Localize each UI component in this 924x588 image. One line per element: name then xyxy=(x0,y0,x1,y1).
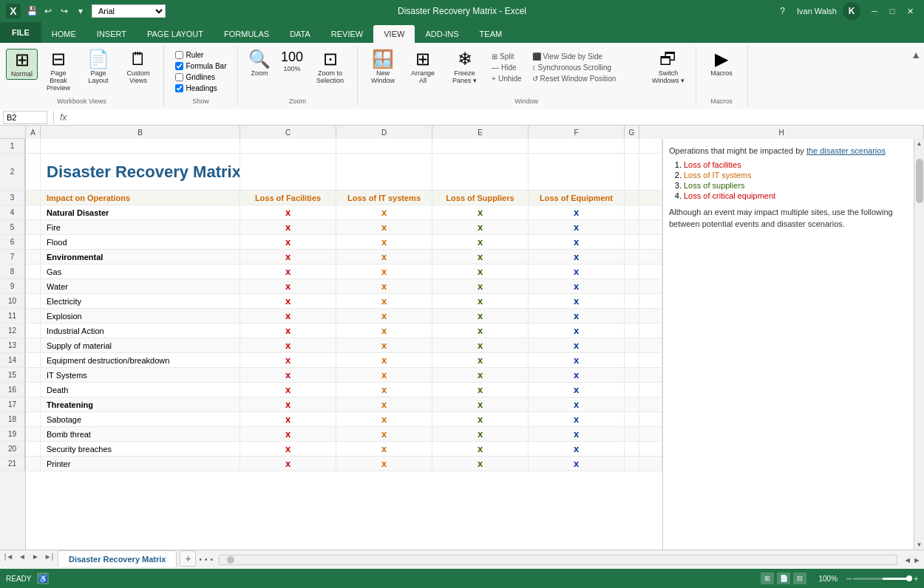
normal-view-status-btn[interactable]: ⊞ xyxy=(761,572,774,584)
cell-H12[interactable] xyxy=(639,324,662,338)
cell-H10[interactable] xyxy=(639,294,662,308)
cell-G2[interactable] xyxy=(625,154,639,191)
cell-H3[interactable] xyxy=(639,191,662,205)
cell-G11[interactable] xyxy=(625,309,639,323)
cell-B1[interactable] xyxy=(41,139,240,153)
cell-D19[interactable]: x xyxy=(336,427,432,441)
undo-quick-btn[interactable]: ↩ xyxy=(41,4,55,18)
font-selector[interactable]: Arial xyxy=(92,4,166,18)
tab-page-layout[interactable]: PAGE LAYOUT xyxy=(137,25,214,43)
cell-F13[interactable]: x xyxy=(529,338,625,352)
cell-D7[interactable]: x xyxy=(336,250,432,264)
cell-A8[interactable] xyxy=(26,264,41,278)
cell-F2[interactable] xyxy=(529,154,625,191)
cell-C8[interactable]: x xyxy=(240,264,336,278)
cell-A17[interactable] xyxy=(26,397,41,411)
sheet-nav-last[interactable]: ►| xyxy=(43,550,55,562)
cell-D21[interactable]: x xyxy=(336,457,432,471)
cell-B10[interactable]: Electricity xyxy=(41,294,240,308)
cell-G9[interactable] xyxy=(625,279,639,293)
cell-B19[interactable]: Bomb threat xyxy=(41,427,240,441)
cell-G13[interactable] xyxy=(625,338,639,352)
cell-F10[interactable]: x xyxy=(529,294,625,308)
cell-H4[interactable] xyxy=(639,205,662,219)
cell-H19[interactable] xyxy=(639,427,662,441)
cell-F21[interactable]: x xyxy=(529,457,625,471)
cell-C21[interactable]: x xyxy=(240,457,336,471)
zoom-minus[interactable]: ─ xyxy=(846,575,852,583)
cell-B18[interactable]: Sabotage xyxy=(41,412,240,426)
cell-E16[interactable]: x xyxy=(432,383,529,397)
reset-window-btn[interactable]: ↺ Reset Window Position xyxy=(529,74,645,83)
formulabar-checkbox[interactable] xyxy=(175,62,183,70)
cell-B7[interactable]: Environmental xyxy=(41,250,240,264)
cell-B16[interactable]: Death xyxy=(41,383,240,397)
cell-D17[interactable]: x xyxy=(336,397,432,411)
cell-H21[interactable] xyxy=(639,457,662,471)
tab-view[interactable]: VIEW xyxy=(373,25,415,43)
cell-C2[interactable] xyxy=(240,154,336,191)
cell-A9[interactable] xyxy=(26,279,41,293)
tab-home[interactable]: HOME xyxy=(41,25,86,43)
headings-checkbox[interactable] xyxy=(175,84,183,92)
sync-scrolling-btn[interactable]: ↕ Synchronous Scrolling xyxy=(529,63,645,72)
cell-F12[interactable]: x xyxy=(529,324,625,338)
cell-A12[interactable] xyxy=(26,324,41,338)
cell-D20[interactable]: x xyxy=(336,442,432,456)
cell-A18[interactable] xyxy=(26,412,41,426)
minimize-btn[interactable]: ─ xyxy=(866,3,883,19)
cell-G14[interactable] xyxy=(625,353,639,367)
horizontal-scrollbar[interactable] xyxy=(219,555,897,565)
cell-H13[interactable] xyxy=(639,338,662,352)
cell-D18[interactable]: x xyxy=(336,412,432,426)
cell-E4[interactable]: x xyxy=(432,205,529,219)
cell-F1[interactable] xyxy=(529,139,625,153)
sheet-tab-active[interactable]: Disaster Recovery Matrix xyxy=(58,550,177,567)
cell-G8[interactable] xyxy=(625,264,639,278)
cell-C20[interactable]: x xyxy=(240,442,336,456)
view-side-by-side-btn[interactable]: ⬛ View Side by Side xyxy=(529,52,645,61)
col-header-E[interactable]: E xyxy=(432,126,529,139)
page-break-status-btn[interactable]: ⊟ xyxy=(793,572,806,584)
page-layout-status-btn[interactable]: 📄 xyxy=(777,572,790,584)
tab-formulas[interactable]: FORMULAS xyxy=(214,25,279,43)
cell-C15[interactable]: x xyxy=(240,368,336,382)
zoom-selection-btn[interactable]: ⊡ Zoom to Selection xyxy=(309,49,351,86)
zoom-handle[interactable] xyxy=(906,575,912,581)
cell-D6[interactable]: x xyxy=(336,235,432,249)
col-header-G[interactable]: G xyxy=(625,126,639,139)
add-sheet-btn[interactable]: + xyxy=(180,550,196,567)
cell-F6[interactable]: x xyxy=(529,235,625,249)
cell-E12[interactable]: x xyxy=(432,324,529,338)
cell-G7[interactable] xyxy=(625,250,639,264)
cell-C13[interactable]: x xyxy=(240,338,336,352)
cell-G4[interactable] xyxy=(625,205,639,219)
cell-A11[interactable] xyxy=(26,309,41,323)
cell-B17[interactable]: Threatening xyxy=(41,397,240,411)
new-window-btn[interactable]: 🪟 New Window xyxy=(364,49,402,86)
cell-A20[interactable] xyxy=(26,442,41,456)
cell-G17[interactable] xyxy=(625,397,639,411)
cell-E5[interactable]: x xyxy=(432,220,529,234)
cell-A5[interactable] xyxy=(26,220,41,234)
normal-view-btn[interactable]: ⊞ Normal xyxy=(6,49,38,80)
formula-input[interactable] xyxy=(69,113,921,122)
user-avatar[interactable]: K xyxy=(843,2,860,20)
cell-B6[interactable]: Flood xyxy=(41,235,240,249)
vertical-scrollbar[interactable]: ▲ ▼ xyxy=(914,139,924,550)
cell-D5[interactable]: x xyxy=(336,220,432,234)
cell-G1[interactable] xyxy=(625,139,639,153)
cell-H20[interactable] xyxy=(639,442,662,456)
ruler-checkbox[interactable] xyxy=(175,51,183,59)
cell-D13[interactable]: x xyxy=(336,338,432,352)
cell-B13[interactable]: Supply of material xyxy=(41,338,240,352)
cell-C19[interactable]: x xyxy=(240,427,336,441)
h-scroll-right[interactable]: ► xyxy=(913,555,921,564)
cell-C7[interactable]: x xyxy=(240,250,336,264)
col-header-D[interactable]: D xyxy=(336,126,432,139)
cell-G21[interactable] xyxy=(625,457,639,471)
split-btn[interactable]: ⊞ Split xyxy=(489,52,525,61)
cell-C16[interactable]: x xyxy=(240,383,336,397)
cell-D3-header[interactable]: Loss of IT systems xyxy=(336,191,432,205)
cell-B12[interactable]: Industrial Action xyxy=(41,324,240,338)
